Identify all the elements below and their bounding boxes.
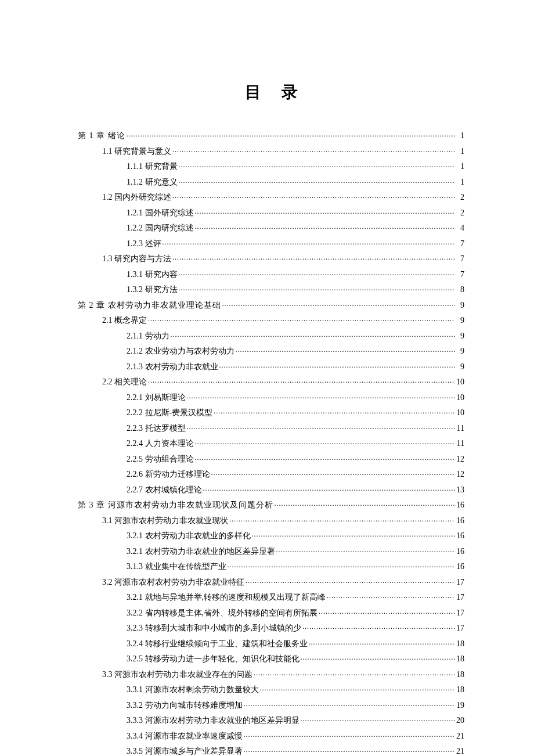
toc-entry-label: 第 3 章 河源市农村劳动力非农就业现状及问题分析 [78, 501, 273, 509]
toc-entry-page: 2 [456, 209, 464, 217]
toc-entry: 2.1.2 农业劳动力与农村劳动力9 [78, 345, 464, 355]
toc-entry-label: 3.2.1 就地与异地并举,转移的速度和规模又出现了新高峰 [127, 593, 326, 602]
toc-dot-leader [260, 684, 456, 692]
document-page: 目 录 第 1 章 绪论11.1 研究背景与意义11.1.1 研究背景11.1.… [0, 0, 534, 756]
toc-entry-page: 20 [456, 717, 464, 725]
toc-entry-page: 10 [456, 394, 464, 402]
toc-entry-page: 12 [456, 470, 464, 478]
toc-entry-page: 16 [456, 548, 464, 556]
toc-dot-leader [172, 146, 455, 154]
toc-entry-label: 2.2.1 刘易斯理论 [127, 394, 186, 402]
toc-dot-leader [148, 315, 455, 323]
toc-dot-leader [275, 499, 456, 507]
toc-dot-leader [244, 746, 456, 754]
toc-entry: 1.1 研究背景与意义1 [78, 146, 464, 156]
toc-dot-leader [172, 192, 455, 200]
toc-dot-leader [172, 253, 455, 261]
toc-entry-page: 9 [456, 332, 464, 340]
toc-entry-label: 3.3.2 劳动力向城市转移难度增加 [127, 701, 243, 710]
toc-entry-label: 3.3.4 河源市非农就业率速度减慢 [127, 732, 243, 740]
toc-entry-label: 1.3.1 研究内容 [127, 271, 178, 279]
toc-entry-page: 10 [456, 409, 464, 417]
toc-entry: 2.2 相关理论10 [78, 376, 464, 386]
toc-dot-leader [222, 300, 456, 308]
toc-entry-page: 16 [456, 501, 464, 509]
toc-entry-label: 3.2.5 转移劳动力进一步年轻化、知识化和技能化 [127, 655, 300, 663]
toc-entry-label: 1.1.2 研究意义 [127, 178, 178, 186]
toc-dot-leader [171, 330, 456, 339]
toc-dot-leader [309, 638, 456, 646]
toc-entry-label: 3.2.1 农村劳动力非农就业的地区差异显著 [127, 548, 275, 556]
toc-entry: 3.3.4 河源市非农就业率速度减慢21 [78, 730, 464, 740]
toc-entry: 2.2.5 劳动组合理论12 [78, 453, 464, 463]
toc-entry-label: 2.1.2 农业劳动力与农村劳动力 [127, 347, 234, 355]
toc-entry-page: 7 [456, 255, 464, 263]
toc-dot-leader [229, 515, 455, 523]
toc-entry-label: 2.2.4 人力资本理论 [127, 440, 194, 448]
toc-entry-page: 1 [456, 132, 464, 140]
toc-dot-leader [252, 530, 456, 538]
toc-entry-label: 2.1.3 农村劳动力非农就业 [127, 363, 218, 371]
toc-entry-page: 19 [456, 701, 464, 710]
toc-entry-label: 2.2.5 劳动组合理论 [127, 455, 194, 463]
toc-entry-page: 9 [456, 347, 464, 355]
toc-entry: 1.3 研究内容与方法7 [78, 253, 464, 263]
toc-entry: 3.3.5 河源市城乡与产业差异显著21 [78, 746, 464, 755]
toc-entry-page: 13 [456, 486, 464, 494]
toc-entry: 3.3 河源市农村劳动力非农就业存在的问题18 [78, 669, 464, 679]
toc-dot-leader [179, 269, 456, 277]
toc-entry-label: 1.1 研究背景与意义 [102, 147, 171, 156]
toc-entry: 2.1 概念界定9 [78, 315, 464, 325]
toc-entry-label: 3.2.2 省内转移是主体,省外、境外转移的空间有所拓展 [127, 609, 317, 617]
toc-entry: 3.1 河源市农村劳动力非农就业现状16 [78, 515, 464, 525]
toc-entry-label: 2.1.1 劳动力 [127, 332, 169, 340]
toc-entry-label: 2.1 概念界定 [102, 316, 147, 325]
toc-entry-page: 4 [456, 224, 464, 232]
toc-entry-label: 第 1 章 绪论 [78, 132, 125, 140]
toc-entry-page: 17 [456, 593, 464, 602]
toc-dot-leader [219, 361, 456, 369]
toc-entry-page: 9 [456, 301, 464, 309]
toc-entry-page: 7 [456, 271, 464, 279]
toc-dot-leader [195, 207, 456, 215]
toc-entry-page: 7 [456, 240, 464, 248]
toc-entry-label: 1.3 研究内容与方法 [102, 255, 171, 263]
toc-entry: 2.2.4 人力资本理论11 [78, 438, 464, 448]
toc-dot-leader [301, 715, 456, 723]
toc-entry: 3.3.1 河源市农村剩余劳动力数量较大18 [78, 684, 464, 694]
toc-dot-leader [244, 700, 456, 708]
toc-dot-leader [195, 438, 456, 446]
toc-entry-page: 16 [456, 563, 464, 571]
toc-entry: 3.2.1 就地与异地并举,转移的速度和规模又出现了新高峰17 [78, 592, 464, 602]
toc-entry-page: 1 [456, 178, 464, 186]
toc-entry-page: 9 [456, 316, 464, 325]
toc-entry: 3.2.2 省内转移是主体,省外、境外转移的空间有所拓展17 [78, 607, 464, 617]
toc-entry-page: 16 [456, 532, 464, 540]
toc-dot-leader [246, 577, 455, 585]
toc-entry: 3.2.1 农村劳动力非农就业的多样化16 [78, 530, 464, 540]
toc-dot-leader [302, 622, 455, 631]
toc-entry-label: 2.2.6 新劳动力迁移理论 [127, 470, 210, 478]
toc-entry: 1.2 国内外研究综述2 [78, 192, 464, 201]
toc-entry: 3.2.4 转移行业继续倾向于工业、建筑和社会服务业18 [78, 638, 464, 648]
toc-entry-page: 18 [456, 686, 464, 694]
toc-entry-label: 2.2.2 拉尼斯-费景汉模型 [127, 409, 212, 417]
toc-entry: 2.2.1 刘易斯理论10 [78, 392, 464, 402]
toc-dot-leader [187, 392, 456, 400]
toc-dot-leader [179, 177, 456, 185]
toc-entry-page: 10 [456, 378, 464, 386]
toc-entry: 1.2.2 国内研究综述4 [78, 222, 464, 232]
toc-entry-label: 2.2.3 托达罗模型 [127, 424, 186, 433]
toc-entry: 1.3.2 研究方法8 [78, 284, 464, 294]
toc-entry: 1.1.1 研究背景1 [78, 161, 464, 171]
toc-entry-label: 3.3.5 河源市城乡与产业差异显著 [127, 747, 243, 755]
toc-dot-leader [203, 484, 456, 492]
toc-entry-page: 17 [456, 624, 464, 632]
toc-entry: 2.1.3 农村劳动力非农就业9 [78, 361, 464, 371]
toc-entry-label: 2.2.7 农村城镇化理论 [127, 486, 202, 494]
toc-entry-label: 3.1.3 就业集中在传统型产业 [127, 563, 226, 571]
toc-entry-page: 21 [456, 732, 464, 740]
toc-entry-label: 1.2.1 国外研究综述 [127, 209, 194, 217]
toc-entry: 第 2 章 农村劳动力非农就业理论基础9 [78, 300, 464, 309]
toc-entry: 1.2.1 国外研究综述2 [78, 207, 464, 217]
